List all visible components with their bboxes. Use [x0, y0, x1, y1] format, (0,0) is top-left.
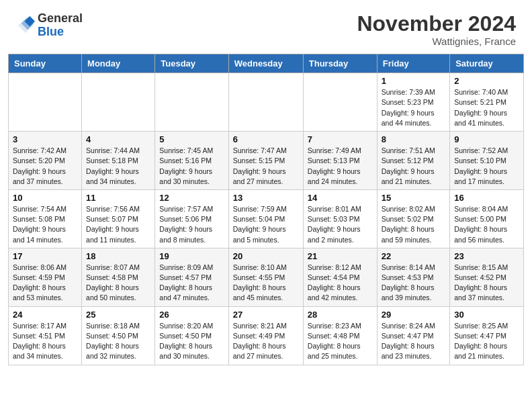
day-info: Sunrise: 8:17 AM Sunset: 4:51 PM Dayligh… — [13, 321, 77, 362]
logo-text: General Blue — [38, 12, 83, 39]
logo-general: General — [38, 12, 83, 26]
calendar-header: SundayMondayTuesdayWednesdayThursdayFrid… — [9, 54, 524, 73]
day-cell: 29Sunrise: 8:24 AM Sunset: 4:47 PM Dayli… — [377, 306, 449, 365]
day-cell — [303, 73, 377, 132]
day-info: Sunrise: 8:25 AM Sunset: 4:47 PM Dayligh… — [454, 321, 519, 362]
day-info: Sunrise: 8:07 AM Sunset: 4:58 PM Dayligh… — [86, 263, 150, 304]
day-number: 10 — [13, 193, 77, 203]
logo-icon — [16, 16, 35, 35]
day-number: 13 — [233, 193, 299, 203]
day-number: 29 — [382, 310, 445, 320]
week-row-3: 10Sunrise: 7:54 AM Sunset: 5:08 PM Dayli… — [9, 189, 524, 248]
day-info: Sunrise: 8:20 AM Sunset: 4:50 PM Dayligh… — [159, 321, 224, 362]
day-cell — [82, 73, 155, 132]
day-cell: 7Sunrise: 7:49 AM Sunset: 5:13 PM Daylig… — [303, 132, 377, 190]
day-cell: 14Sunrise: 8:01 AM Sunset: 5:03 PM Dayli… — [303, 189, 377, 248]
col-header-wednesday: Wednesday — [228, 54, 303, 73]
day-info: Sunrise: 7:45 AM Sunset: 5:16 PM Dayligh… — [159, 146, 224, 187]
col-header-friday: Friday — [377, 54, 449, 73]
calendar-body: 1Sunrise: 7:39 AM Sunset: 5:23 PM Daylig… — [9, 73, 524, 365]
day-cell — [228, 73, 303, 132]
day-cell: 12Sunrise: 7:57 AM Sunset: 5:06 PM Dayli… — [155, 189, 228, 248]
day-cell: 1Sunrise: 7:39 AM Sunset: 5:23 PM Daylig… — [377, 73, 449, 132]
day-cell: 2Sunrise: 7:40 AM Sunset: 5:21 PM Daylig… — [450, 73, 524, 132]
day-info: Sunrise: 8:15 AM Sunset: 4:52 PM Dayligh… — [454, 263, 519, 304]
day-number: 8 — [382, 134, 445, 144]
calendar-table: SundayMondayTuesdayWednesdayThursdayFrid… — [8, 54, 524, 365]
week-row-1: 1Sunrise: 7:39 AM Sunset: 5:23 PM Daylig… — [9, 73, 524, 132]
day-number: 6 — [233, 134, 299, 144]
day-info: Sunrise: 7:47 AM Sunset: 5:15 PM Dayligh… — [233, 146, 299, 187]
day-cell: 25Sunrise: 8:18 AM Sunset: 4:50 PM Dayli… — [82, 306, 155, 365]
day-number: 4 — [86, 134, 150, 144]
day-cell — [9, 73, 82, 132]
day-cell: 13Sunrise: 7:59 AM Sunset: 5:04 PM Dayli… — [228, 189, 303, 248]
day-number: 2 — [454, 76, 519, 86]
day-number: 19 — [159, 251, 224, 261]
day-info: Sunrise: 8:01 AM Sunset: 5:03 PM Dayligh… — [308, 204, 373, 245]
day-info: Sunrise: 7:39 AM Sunset: 5:23 PM Dayligh… — [382, 87, 445, 128]
day-cell: 22Sunrise: 8:14 AM Sunset: 4:53 PM Dayli… — [377, 248, 449, 306]
day-info: Sunrise: 7:54 AM Sunset: 5:08 PM Dayligh… — [13, 204, 77, 245]
col-header-saturday: Saturday — [450, 54, 524, 73]
day-number: 15 — [382, 193, 445, 203]
header-row: SundayMondayTuesdayWednesdayThursdayFrid… — [9, 54, 524, 73]
day-info: Sunrise: 8:24 AM Sunset: 4:47 PM Dayligh… — [382, 321, 445, 362]
calendar-container: SundayMondayTuesdayWednesdayThursdayFrid… — [0, 54, 532, 373]
day-number: 30 — [454, 310, 519, 320]
day-number: 22 — [382, 251, 445, 261]
day-info: Sunrise: 7:59 AM Sunset: 5:04 PM Dayligh… — [233, 204, 299, 245]
day-cell: 4Sunrise: 7:44 AM Sunset: 5:18 PM Daylig… — [82, 132, 155, 190]
week-row-4: 17Sunrise: 8:06 AM Sunset: 4:59 PM Dayli… — [9, 248, 524, 306]
day-cell: 21Sunrise: 8:12 AM Sunset: 4:54 PM Dayli… — [303, 248, 377, 306]
day-cell: 27Sunrise: 8:21 AM Sunset: 4:49 PM Dayli… — [228, 306, 303, 365]
day-cell: 20Sunrise: 8:10 AM Sunset: 4:55 PM Dayli… — [228, 248, 303, 306]
day-info: Sunrise: 8:02 AM Sunset: 5:02 PM Dayligh… — [382, 204, 445, 245]
day-info: Sunrise: 8:04 AM Sunset: 5:00 PM Dayligh… — [454, 204, 519, 245]
day-cell: 28Sunrise: 8:23 AM Sunset: 4:48 PM Dayli… — [303, 306, 377, 365]
location: Wattignies, France — [357, 36, 516, 47]
day-number: 11 — [86, 193, 150, 203]
day-cell — [155, 73, 228, 132]
day-number: 25 — [86, 310, 150, 320]
week-row-5: 24Sunrise: 8:17 AM Sunset: 4:51 PM Dayli… — [9, 306, 524, 365]
col-header-thursday: Thursday — [303, 54, 377, 73]
day-cell: 6Sunrise: 7:47 AM Sunset: 5:15 PM Daylig… — [228, 132, 303, 190]
header: General Blue November 2024 Wattignies, F… — [0, 0, 532, 54]
col-header-monday: Monday — [82, 54, 155, 73]
col-header-sunday: Sunday — [9, 54, 82, 73]
month-title: November 2024 — [357, 12, 516, 36]
day-info: Sunrise: 7:56 AM Sunset: 5:07 PM Dayligh… — [86, 204, 150, 245]
day-number: 18 — [86, 251, 150, 261]
day-number: 28 — [308, 310, 373, 320]
day-number: 20 — [233, 251, 299, 261]
day-info: Sunrise: 8:06 AM Sunset: 4:59 PM Dayligh… — [13, 263, 77, 304]
day-cell: 9Sunrise: 7:52 AM Sunset: 5:10 PM Daylig… — [450, 132, 524, 190]
day-number: 21 — [308, 251, 373, 261]
day-info: Sunrise: 7:44 AM Sunset: 5:18 PM Dayligh… — [86, 146, 150, 187]
title-area: November 2024 Wattignies, France — [357, 12, 516, 47]
day-cell: 11Sunrise: 7:56 AM Sunset: 5:07 PM Dayli… — [82, 189, 155, 248]
day-cell: 16Sunrise: 8:04 AM Sunset: 5:00 PM Dayli… — [450, 189, 524, 248]
day-cell: 17Sunrise: 8:06 AM Sunset: 4:59 PM Dayli… — [9, 248, 82, 306]
day-info: Sunrise: 8:18 AM Sunset: 4:50 PM Dayligh… — [86, 321, 150, 362]
day-info: Sunrise: 8:21 AM Sunset: 4:49 PM Dayligh… — [233, 321, 299, 362]
day-cell: 3Sunrise: 7:42 AM Sunset: 5:20 PM Daylig… — [9, 132, 82, 190]
day-cell: 18Sunrise: 8:07 AM Sunset: 4:58 PM Dayli… — [82, 248, 155, 306]
logo-blue: Blue — [38, 26, 83, 39]
day-number: 14 — [308, 193, 373, 203]
day-info: Sunrise: 7:52 AM Sunset: 5:10 PM Dayligh… — [454, 146, 519, 187]
day-number: 24 — [13, 310, 77, 320]
day-info: Sunrise: 8:12 AM Sunset: 4:54 PM Dayligh… — [308, 263, 373, 304]
day-info: Sunrise: 7:51 AM Sunset: 5:12 PM Dayligh… — [382, 146, 445, 187]
day-number: 3 — [13, 134, 77, 144]
logo: General Blue — [16, 12, 83, 39]
day-cell: 30Sunrise: 8:25 AM Sunset: 4:47 PM Dayli… — [450, 306, 524, 365]
day-number: 12 — [159, 193, 224, 203]
day-number: 1 — [382, 76, 445, 86]
day-info: Sunrise: 8:09 AM Sunset: 4:57 PM Dayligh… — [159, 263, 224, 304]
day-info: Sunrise: 7:42 AM Sunset: 5:20 PM Dayligh… — [13, 146, 77, 187]
day-cell: 8Sunrise: 7:51 AM Sunset: 5:12 PM Daylig… — [377, 132, 449, 190]
day-cell: 26Sunrise: 8:20 AM Sunset: 4:50 PM Dayli… — [155, 306, 228, 365]
day-cell: 23Sunrise: 8:15 AM Sunset: 4:52 PM Dayli… — [450, 248, 524, 306]
